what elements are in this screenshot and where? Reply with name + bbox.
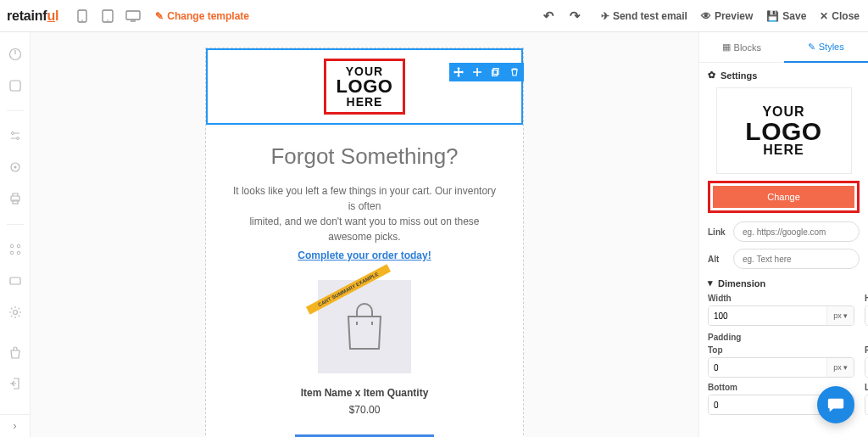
padding-label: Padding	[708, 333, 860, 342]
product-block[interactable]: CART SUMMARY EXAMPLE Item Name x Item Qu…	[301, 280, 429, 416]
logo-line2: LOGO	[337, 78, 393, 95]
svg-point-8	[16, 137, 19, 140]
logo-line3: HERE	[337, 95, 393, 109]
change-button-highlight: Change	[708, 181, 860, 213]
rail-apps-icon[interactable]	[3, 238, 27, 261]
svg-point-16	[17, 252, 20, 255]
topbar: retainful ✎ Change template ↶ ↷ ✈ Send t…	[0, 0, 868, 32]
block-toolbar	[449, 63, 524, 81]
caret-down-icon: ▾	[708, 277, 713, 289]
rail-bag-icon[interactable]	[3, 341, 27, 365]
editor-canvas[interactable]: YOUR LOGO HERE Forgot Something? It look…	[31, 32, 698, 437]
width-unit[interactable]: px▾	[826, 306, 854, 325]
chat-icon	[826, 395, 845, 414]
link-label: Link	[708, 227, 726, 237]
svg-point-14	[17, 245, 20, 249]
settings-heading: ✿ Settings	[708, 70, 860, 81]
brand-logo: retainful	[7, 8, 58, 24]
blocks-icon: ▦	[722, 42, 731, 53]
preview-button[interactable]: 👁 Preview	[701, 10, 753, 22]
width-label: Width	[708, 294, 854, 303]
rail-logout-icon[interactable]	[3, 372, 27, 395]
alt-label: Alt	[708, 255, 726, 264]
product-image: CART SUMMARY EXAMPLE	[318, 280, 411, 373]
height-label: Height	[865, 294, 868, 303]
eye-icon: 👁	[701, 10, 711, 22]
rail-target-icon[interactable]	[3, 156, 27, 179]
close-button[interactable]: ✕ Close	[820, 10, 860, 22]
tab-styles[interactable]: ✎ Styles	[784, 32, 869, 63]
svg-rect-4	[126, 11, 140, 20]
alt-input[interactable]	[733, 249, 860, 269]
svg-point-13	[10, 245, 14, 249]
rail-card-icon[interactable]	[3, 270, 27, 293]
change-template-button[interactable]: ✎ Change template	[155, 10, 249, 22]
block-drag-icon[interactable]	[449, 63, 468, 81]
rail-gear-icon[interactable]	[3, 301, 27, 324]
gear-icon: ✿	[708, 70, 715, 81]
pad-bottom-input[interactable]	[709, 395, 826, 414]
block-delete-icon[interactable]	[505, 63, 524, 81]
rail-settings-icon[interactable]	[3, 125, 27, 148]
rail-print-icon[interactable]	[3, 188, 27, 210]
send-test-email-button[interactable]: ✈ Send test email	[601, 10, 687, 22]
link-input[interactable]	[733, 221, 860, 242]
email-body[interactable]: It looks like you left a few things in y…	[228, 183, 501, 263]
redo-button[interactable]: ↷	[570, 8, 581, 24]
svg-point-7	[11, 132, 14, 135]
send-icon: ✈	[601, 10, 609, 22]
block-add-icon[interactable]	[468, 63, 487, 81]
save-icon: 💾	[766, 10, 779, 22]
chat-fab[interactable]	[817, 386, 854, 423]
bag-icon	[342, 301, 387, 352]
rail-expand-icon[interactable]: ›	[0, 414, 31, 437]
dimension-heading[interactable]: ▾ Dimension	[708, 277, 860, 289]
svg-rect-17	[10, 277, 20, 284]
viewport-tablet-icon[interactable]	[96, 4, 120, 28]
pad-left-label: Left	[865, 383, 868, 392]
viewport-selector	[70, 4, 145, 28]
svg-point-1	[82, 20, 84, 21]
block-copy-icon[interactable]	[487, 63, 505, 81]
svg-point-3	[108, 20, 109, 21]
brush-icon: ✎	[808, 42, 815, 53]
pad-top-unit[interactable]: px▾	[826, 358, 854, 377]
close-icon: ✕	[820, 10, 828, 22]
svg-point-18	[13, 311, 17, 315]
pad-right-label: Right	[865, 345, 868, 355]
left-rail: ›	[0, 32, 31, 437]
undo-button[interactable]: ↶	[543, 8, 554, 24]
svg-rect-6	[10, 81, 20, 91]
chevron-down-icon: ▾	[843, 311, 848, 320]
rail-dashboard-icon[interactable]	[3, 42, 27, 65]
image-preview: YOUR LOGO HERE	[716, 87, 852, 174]
logo-block[interactable]: YOUR LOGO HERE	[206, 48, 523, 125]
viewport-desktop-icon[interactable]	[121, 4, 145, 28]
right-sidebar: ▦ Blocks ✎ Styles ✿ Settings YOUR LOGO H…	[698, 32, 868, 437]
svg-point-10	[14, 166, 16, 169]
pad-top-label: Top	[708, 345, 854, 355]
viewport-mobile-icon[interactable]	[70, 4, 94, 28]
item-price: $70.00	[349, 404, 381, 416]
complete-order-link[interactable]: Complete your order today!	[228, 248, 501, 263]
svg-point-15	[10, 252, 14, 255]
change-image-button[interactable]: Change	[713, 186, 854, 208]
save-button[interactable]: 💾 Save	[766, 10, 806, 22]
rail-template-icon[interactable]	[3, 74, 27, 97]
email-heading[interactable]: Forgot Something?	[270, 143, 458, 170]
width-input[interactable]	[709, 306, 826, 325]
email-template: YOUR LOGO HERE Forgot Something? It look…	[205, 48, 524, 437]
item-name: Item Name x Item Quantity	[301, 387, 429, 399]
pad-top-input[interactable]	[709, 358, 826, 377]
logo-highlight: YOUR LOGO HERE	[324, 59, 406, 115]
tab-blocks[interactable]: ▦ Blocks	[699, 32, 784, 63]
edit-icon: ✎	[155, 10, 164, 22]
